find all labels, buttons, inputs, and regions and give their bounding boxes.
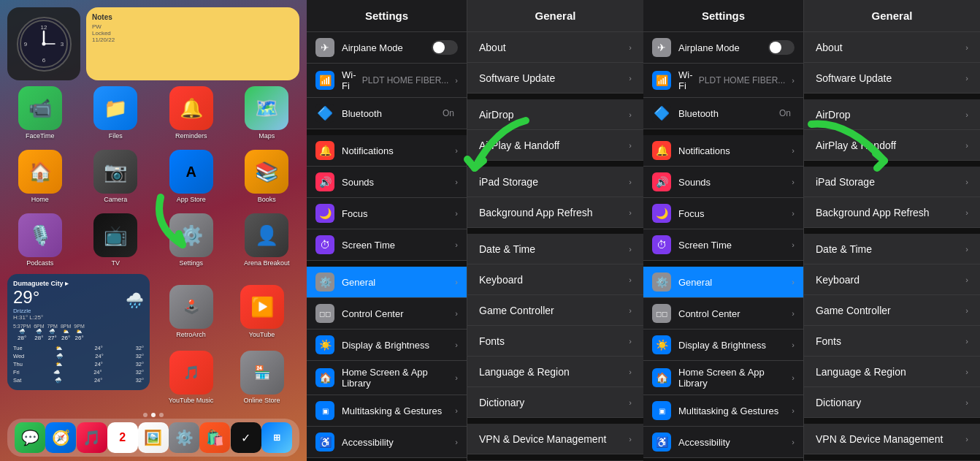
control-label-right: Control Center	[678, 308, 789, 319]
app-tv[interactable]: 📺 TV	[83, 213, 149, 267]
app-retroarch[interactable]: 🕹️ RetroArch	[161, 285, 221, 338]
settings-item-airplane-left[interactable]: ✈ Airplane Mode	[307, 32, 467, 64]
settings-item-screentime-left[interactable]: ⏱ Screen Time ›	[307, 229, 467, 261]
appstore-icon: A	[169, 150, 213, 194]
arena-icon: 👤	[245, 213, 288, 257]
general-datetime-left[interactable]: Date & Time ›	[467, 234, 643, 264]
page-dot-3	[159, 413, 164, 417]
app-books[interactable]: 📚 Books	[234, 150, 300, 203]
ytmusic-label: YouTube Music	[169, 397, 213, 404]
app-facetime[interactable]: 📹 FaceTime	[7, 86, 73, 140]
general-language-left[interactable]: Language & Region ›	[467, 357, 643, 387]
general-title-left: General	[535, 9, 576, 22]
app-onlinestore[interactable]: 🏪 Online Store	[231, 351, 292, 404]
general-datetime-right[interactable]: Date & Time ›	[804, 234, 980, 264]
general-vpn-left[interactable]: VPN & Device Management ›	[467, 424, 643, 454]
multitasking-icon-right: ▣	[652, 401, 671, 420]
settings-item-wifi-right[interactable]: 📶 Wi-Fi PLDT HOME FIBER... ›	[643, 64, 803, 98]
general-ipadstorage-right[interactable]: iPad Storage ›	[804, 167, 980, 197]
settings-item-homescreen-right[interactable]: 🏠 Home Screen & App Library ›	[643, 361, 803, 395]
general-keyboard-right[interactable]: Keyboard ›	[804, 264, 980, 295]
general-airdrop-left[interactable]: AirDrop ›	[467, 99, 643, 130]
sounds-icon-left: 🔊	[315, 172, 334, 191]
settings-item-sounds-right[interactable]: 🔊 Sounds ›	[643, 167, 803, 198]
general-about-right[interactable]: About ›	[804, 32, 980, 63]
dock-messages[interactable]: 💬	[15, 422, 45, 453]
settings-item-wifi-left[interactable]: 📶 Wi-Fi PLDT HOME FIBER... ›	[307, 64, 467, 98]
general-gamecontroller-left[interactable]: Game Controller ›	[467, 295, 643, 326]
settings-item-general-right[interactable]: ⚙️ General ›	[643, 267, 803, 298]
general-bgrefresh-right[interactable]: Background App Refresh ›	[804, 197, 980, 228]
settings-item-airplane-right[interactable]: ✈ Airplane Mode	[643, 32, 803, 64]
app-youtube[interactable]: ▶️ YouTube	[231, 285, 292, 338]
weather-city: Dumaguete City ▸	[13, 280, 69, 287]
general-ipadstorage-left[interactable]: iPad Storage ›	[467, 167, 643, 197]
settings-item-control-left[interactable]: ◻◻ Control Center ›	[307, 298, 467, 329]
general-bgrefresh-left[interactable]: Background App Refresh ›	[467, 197, 643, 228]
general-airplay-right[interactable]: AirPlay & Handoff ›	[804, 130, 980, 161]
settings-main-right: General About › Software Update › AirDro…	[804, 0, 980, 461]
general-airplay-left[interactable]: AirPlay & Handoff ›	[467, 130, 643, 161]
settings-item-bluetooth-right[interactable]: 🔷 Bluetooth On	[643, 98, 803, 129]
homescreen-chevron-right: ›	[792, 373, 795, 382]
reminders-label: Reminders	[175, 132, 207, 140]
settings-item-display-left[interactable]: ☀️ Display & Brightness ›	[307, 329, 467, 361]
settings-item-notifications-right[interactable]: 🔔 Notifications ›	[643, 135, 803, 167]
settings-sidebar-header-right: Settings	[643, 0, 803, 32]
settings-item-control-right[interactable]: ◻◻ Control Center ›	[643, 298, 803, 329]
airplane-toggle-left[interactable]	[432, 40, 458, 55]
general-keyboard-left[interactable]: Keyboard ›	[467, 264, 643, 295]
gap-3-left	[467, 228, 643, 234]
settings-item-homescreen-left[interactable]: 🏠 Home Screen & App Library ›	[307, 361, 467, 395]
app-arena[interactable]: 👤 Arena Breakout	[234, 213, 300, 267]
dock-shopee[interactable]: 🛍️	[199, 422, 230, 453]
settings-item-multitasking-left[interactable]: ▣ Multitasking & Gestures ›	[307, 395, 467, 427]
settings-item-accessibility-right[interactable]: ♿ Accessibility ›	[643, 427, 803, 458]
dock-music[interactable]: 🎵	[77, 422, 107, 453]
settings-item-general-left[interactable]: ⚙️ General ›	[307, 267, 467, 298]
app-settings[interactable]: ⚙️ Settings	[158, 213, 224, 267]
small-apps-bottom: 🎵 YouTube Music 🏪 Online Store	[161, 351, 292, 404]
general-gamecontroller-right[interactable]: Game Controller ›	[804, 295, 980, 326]
dock-photos[interactable]: 🖼️	[138, 422, 169, 453]
settings-item-notifications-left[interactable]: 🔔 Notifications ›	[307, 135, 467, 167]
dock-systemprefs[interactable]: ⚙️	[169, 422, 199, 453]
general-vpn-right[interactable]: VPN & Device Management ›	[804, 424, 980, 454]
general-fonts-right[interactable]: Fonts ›	[804, 326, 980, 357]
settings-item-screentime-right[interactable]: ⏱ Screen Time ›	[643, 229, 803, 261]
maps-label: Maps	[259, 132, 275, 140]
app-appstore[interactable]: A App Store	[158, 150, 224, 203]
general-softwareupdate-right[interactable]: Software Update ›	[804, 63, 980, 94]
general-dictionary-right[interactable]: Dictionary ›	[804, 387, 980, 418]
general-about-left[interactable]: About ›	[467, 32, 643, 63]
settings-item-accessibility-left[interactable]: ♿ Accessibility ›	[307, 427, 467, 458]
app-home[interactable]: 🏠 Home	[7, 150, 73, 203]
dock-nike[interactable]: ✓	[231, 422, 261, 453]
app-maps[interactable]: 🗺️ Maps	[234, 86, 300, 140]
dock-multi[interactable]: ⊞	[261, 422, 292, 453]
settings-item-display-right[interactable]: ☀️ Display & Brightness ›	[643, 329, 803, 361]
accessibility-label-right: Accessibility	[678, 437, 789, 448]
dock-safari[interactable]: 🧭	[45, 422, 76, 453]
general-airdrop-right[interactable]: AirDrop ›	[804, 99, 980, 130]
settings-item-bluetooth-left[interactable]: 🔷 Bluetooth On	[307, 98, 467, 129]
general-fonts-left[interactable]: Fonts ›	[467, 326, 643, 357]
app-ytmusic[interactable]: 🎵 YouTube Music	[161, 351, 221, 404]
general-language-right[interactable]: Language & Region ›	[804, 357, 980, 387]
app-reminders[interactable]: 🔔 Reminders	[158, 86, 224, 140]
settings-item-focus-left[interactable]: 🌙 Focus ›	[307, 198, 467, 229]
app-camera[interactable]: 📷 Camera	[83, 150, 149, 203]
podcasts-icon: 🎙️	[18, 213, 62, 257]
app-files[interactable]: 📁 Files	[83, 86, 149, 140]
arena-label: Arena Breakout	[244, 259, 290, 267]
appstore-label: App Store	[177, 196, 206, 203]
settings-item-focus-right[interactable]: 🌙 Focus ›	[643, 198, 803, 229]
settings-item-sounds-left[interactable]: 🔊 Sounds ›	[307, 167, 467, 198]
gap-5-right	[804, 454, 980, 460]
general-softwareupdate-left[interactable]: Software Update ›	[467, 63, 643, 94]
settings-item-multitasking-right[interactable]: ▣ Multitasking & Gestures ›	[643, 395, 803, 427]
general-dictionary-left[interactable]: Dictionary ›	[467, 387, 643, 418]
airplane-toggle-right[interactable]	[768, 40, 795, 55]
dock-calendar[interactable]: 2	[107, 422, 138, 453]
app-podcasts[interactable]: 🎙️ Podcasts	[7, 213, 73, 267]
